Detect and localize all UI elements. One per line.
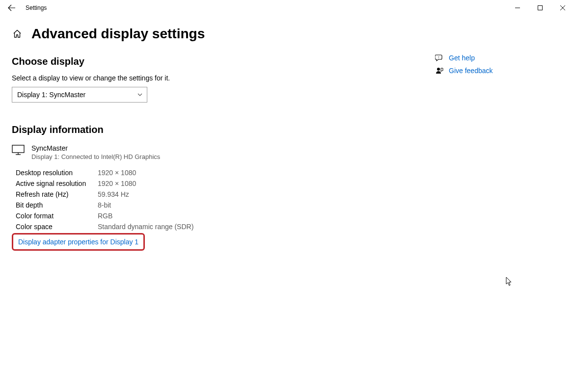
info-value: 1920 × 1080	[98, 167, 193, 178]
monitor-detail: Display 1: Connected to Intel(R) HD Grap…	[31, 153, 160, 160]
info-label: Refresh rate (Hz)	[16, 189, 98, 200]
get-help-link[interactable]: ? Get help	[434, 54, 562, 62]
give-feedback-label: Give feedback	[449, 67, 493, 75]
display-info-heading: Display information	[12, 124, 434, 135]
give-feedback-link[interactable]: Give feedback	[434, 67, 562, 75]
cursor-icon	[505, 277, 513, 287]
svg-point-8	[437, 68, 440, 71]
help-sidebar: ? Get help Give feedback	[434, 26, 562, 251]
info-value: 8-bit	[98, 200, 193, 210]
feedback-icon	[434, 67, 445, 75]
arrow-left-icon	[8, 4, 16, 12]
table-row: Desktop resolution 1920 × 1080	[16, 167, 193, 178]
window-title: Settings	[24, 4, 47, 11]
info-label: Color format	[16, 210, 98, 221]
choose-display-heading: Choose display	[12, 56, 434, 67]
chevron-down-icon	[137, 92, 143, 98]
main-content: Advanced display settings Choose display…	[12, 26, 434, 251]
info-value: RGB	[98, 210, 193, 221]
help-icon: ?	[434, 54, 445, 62]
monitor-icon	[12, 144, 27, 158]
table-row: Refresh rate (Hz) 59.934 Hz	[16, 189, 193, 200]
svg-text:?: ?	[437, 55, 439, 59]
table-row: Bit depth 8-bit	[16, 200, 193, 210]
highlight-box: Display adapter properties for Display 1	[12, 233, 145, 251]
minimize-icon	[515, 5, 520, 10]
display-info-table: Desktop resolution 1920 × 1080 Active si…	[16, 167, 193, 232]
maximize-icon	[538, 5, 543, 10]
minimize-button[interactable]	[506, 0, 529, 16]
home-icon[interactable]	[12, 28, 23, 39]
table-row: Color format RGB	[16, 210, 193, 221]
info-label: Bit depth	[16, 200, 98, 210]
display-select-value: Display 1: SyncMaster	[17, 91, 137, 99]
back-button[interactable]	[0, 0, 24, 16]
close-icon	[560, 5, 565, 10]
monitor-name: SyncMaster	[31, 144, 160, 152]
get-help-label: Get help	[449, 54, 475, 62]
titlebar: Settings	[0, 0, 574, 16]
display-select[interactable]: Display 1: SyncMaster	[12, 87, 147, 103]
info-value: Standard dynamic range (SDR)	[98, 221, 193, 232]
info-value: 59.934 Hz	[98, 189, 193, 200]
info-value: 1920 × 1080	[98, 178, 193, 189]
info-label: Desktop resolution	[16, 167, 98, 178]
choose-display-subtext: Select a display to view or change the s…	[12, 74, 434, 82]
close-button[interactable]	[551, 0, 574, 16]
table-row: Color space Standard dynamic range (SDR)	[16, 221, 193, 232]
display-adapter-link[interactable]: Display adapter properties for Display 1	[18, 238, 138, 246]
info-label: Active signal resolution	[16, 178, 98, 189]
info-label: Color space	[16, 221, 98, 232]
svg-rect-1	[538, 6, 543, 10]
maximize-button[interactable]	[529, 0, 551, 16]
monitor-summary: SyncMaster Display 1: Connected to Intel…	[12, 144, 434, 160]
table-row: Active signal resolution 1920 × 1080	[16, 178, 193, 189]
svg-rect-4	[12, 145, 24, 153]
page-title: Advanced display settings	[31, 26, 205, 42]
